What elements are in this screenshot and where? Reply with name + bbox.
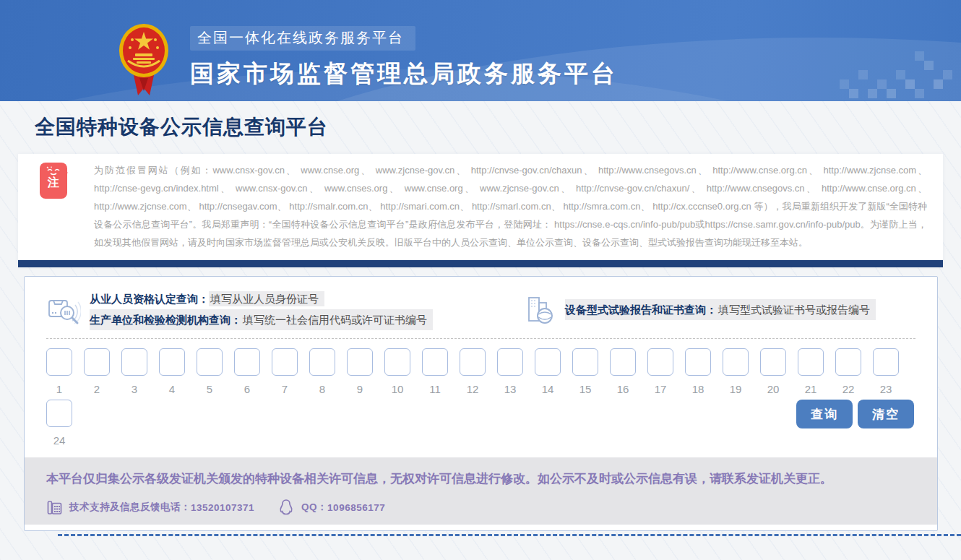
code-box-input-1[interactable]	[46, 348, 72, 376]
org-query-label: 生产单位和检验检测机构查询：	[90, 314, 241, 326]
code-box-input-19[interactable]	[723, 348, 749, 376]
code-box-input-7[interactable]	[272, 348, 298, 376]
device-query-line: 设备型式试验报告和证书查询：填写型式试验证书号或报告编号	[565, 299, 876, 320]
code-cell: 7	[272, 348, 298, 396]
code-box-number: 6	[234, 382, 260, 396]
code-cell: 11	[422, 348, 448, 396]
platform-title: 国家市场监督管理总局政务服务平台	[190, 58, 618, 90]
code-box-input-6[interactable]	[234, 348, 260, 376]
code-box-input-2[interactable]	[84, 348, 110, 376]
org-query-hint: 填写统一社会信用代码或许可证书编号	[241, 312, 433, 327]
device-query-label: 设备型式试验报告和证书查询：	[565, 303, 717, 316]
code-box-number: 2	[84, 382, 110, 396]
code-box-input-3[interactable]	[121, 348, 147, 376]
note-bubble-icon: 注	[40, 163, 67, 199]
code-box-input-22[interactable]	[835, 348, 861, 376]
code-cell: 10	[384, 348, 410, 396]
qq-number: 1096856177	[327, 502, 385, 513]
code-box-input-24[interactable]	[46, 400, 72, 427]
disclaimer-text: 本平台仅归集公示各级发证机关颁发的特种设备相关许可信息，无权对许可信息进行修改。…	[46, 468, 915, 489]
bottom-dashed-line	[58, 534, 961, 536]
code-box-input-4[interactable]	[159, 348, 185, 376]
note-badge-label: 注	[40, 176, 67, 189]
code-box-number: 4	[159, 382, 185, 396]
person-org-query-block: 从业人员资格认定查询：填写从业人员身份证号 生产单位和检验检测机构查询：填写统一…	[46, 288, 433, 330]
contact-row: 技术支持及信息反馈电话： 13520107371 QQ： 1096856177	[46, 499, 915, 516]
code-box-number: 1	[46, 382, 72, 396]
code-box-number: 15	[572, 382, 598, 396]
search-button[interactable]: 查询	[796, 400, 853, 428]
clear-button[interactable]: 清空	[858, 400, 914, 428]
code-box-input-12[interactable]	[460, 348, 486, 376]
code-cell: 14	[535, 348, 561, 396]
anti-fake-notice-text: 为防范假冒网站（例如：www.cnsx-gov.cn、 www.cnse.org…	[18, 154, 943, 256]
action-buttons: 查询 清空	[796, 400, 914, 428]
code-box-input-17[interactable]	[647, 348, 673, 376]
phone-number: 13520107371	[191, 502, 254, 513]
code-cell: 4	[159, 348, 185, 396]
code-cell: 20	[760, 348, 786, 396]
code-cell: 23	[873, 348, 899, 396]
code-cell: 18	[685, 348, 711, 396]
device-query-hint: 填写型式试验证书号或报告编号	[717, 302, 876, 317]
code-box-input-13[interactable]	[497, 348, 523, 376]
code-box-input-5[interactable]	[197, 348, 223, 376]
code-box-input-11[interactable]	[422, 348, 448, 376]
national-emblem-icon	[118, 16, 170, 98]
code-cell: 21	[798, 348, 824, 396]
code-box-number: 18	[685, 382, 711, 396]
page-title: 全国特种设备公示信息查询平台	[35, 113, 961, 141]
query-type-row: 从业人员资格认定查询：填写从业人员身份证号 生产单位和检验检测机构查询：填写统一…	[46, 288, 915, 330]
fax-phone-icon	[46, 499, 63, 516]
code-box-number: 14	[535, 382, 561, 396]
code-box-grid: 123456789101112131415161718192021222324 …	[46, 348, 915, 447]
code-box-number: 3	[121, 382, 147, 396]
anti-fake-notice-card: 注 为防范假冒网站（例如：www.cnsx-gov.cn、 www.cnse.o…	[18, 154, 943, 267]
code-box-input-14[interactable]	[535, 348, 561, 376]
code-cell: 16	[610, 348, 636, 396]
code-box-input-15[interactable]	[572, 348, 598, 376]
person-query-hint: 填写从业人员身份证号	[209, 291, 324, 306]
code-cell: 6	[234, 348, 260, 396]
code-box-input-21[interactable]	[798, 348, 824, 376]
code-box-number: 5	[197, 382, 223, 396]
code-box-number: 22	[835, 382, 861, 396]
code-box-input-20[interactable]	[760, 348, 786, 376]
query-panel: 从业人员资格认定查询：填写从业人员身份证号 生产单位和检验检测机构查询：填写统一…	[24, 276, 938, 531]
code-box-input-16[interactable]	[610, 348, 636, 376]
phone-label: 技术支持及信息反馈电话：	[69, 501, 191, 514]
code-box-input-18[interactable]	[685, 348, 711, 376]
code-cell: 8	[309, 348, 335, 396]
code-cell: 17	[647, 348, 673, 396]
code-box-number: 23	[873, 382, 899, 396]
site-header: 全国一体化在线政务服务平台 国家市场监督管理总局政务服务平台	[0, 0, 961, 101]
package-magnifier-icon	[46, 292, 81, 327]
qq-contact: QQ： 1096856177	[277, 499, 385, 516]
code-box-input-10[interactable]	[384, 348, 410, 376]
code-box-number: 11	[422, 382, 448, 396]
code-cell: 13	[497, 348, 523, 396]
person-query-label: 从业人员资格认定查询：	[90, 293, 209, 305]
code-box-number: 17	[647, 382, 673, 396]
code-box-number: 7	[272, 382, 298, 396]
code-cell: 22	[835, 348, 861, 396]
code-cell: 12	[460, 348, 486, 396]
phone-contact: 技术支持及信息反馈电话： 13520107371	[46, 499, 254, 516]
org-query-line: 生产单位和检验检测机构查询：填写统一社会信用代码或许可证书编号	[90, 309, 433, 330]
code-box-number: 24	[46, 434, 72, 447]
notice-bottom-bar	[18, 260, 943, 267]
code-box-number: 10	[384, 382, 410, 396]
code-box-number: 16	[610, 382, 636, 396]
code-box-input-23[interactable]	[873, 348, 899, 376]
person-query-line: 从业人员资格认定查询：填写从业人员身份证号	[90, 288, 433, 309]
code-box-number: 13	[497, 382, 523, 396]
code-box-input-8[interactable]	[309, 348, 335, 376]
code-cell: 24	[46, 400, 72, 447]
code-cell: 19	[723, 348, 749, 396]
code-box-number: 19	[723, 382, 749, 396]
qq-penguin-icon	[277, 499, 295, 516]
code-cell: 1	[46, 348, 72, 396]
code-cell: 15	[572, 348, 598, 396]
code-box-number: 8	[309, 382, 335, 396]
code-box-input-9[interactable]	[347, 348, 373, 376]
